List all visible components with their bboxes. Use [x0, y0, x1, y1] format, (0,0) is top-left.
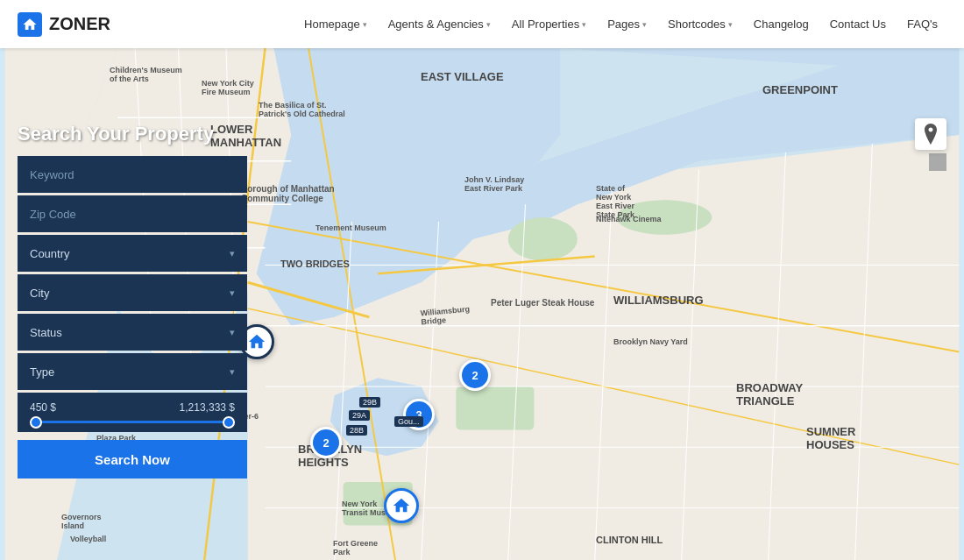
badge-29a: 29A: [349, 410, 370, 421]
price-range-track[interactable]: [30, 421, 235, 423]
main-nav: Homepage ▾ Agents & Agencies ▾ All Prope…: [295, 12, 946, 36]
search-title: Search Your Property: [18, 123, 247, 145]
chevron-down-icon: ▾: [728, 20, 733, 29]
chevron-down-icon: ▾: [363, 20, 367, 29]
type-select[interactable]: Type: [18, 353, 247, 390]
nav-contact[interactable]: Contact Us: [821, 12, 895, 36]
nav-changelog[interactable]: Changelog: [745, 12, 818, 36]
chevron-down-icon: ▾: [486, 20, 491, 29]
country-select-wrapper: Country ▾: [18, 235, 247, 272]
svg-point-7: [508, 217, 578, 260]
marker-count-2b[interactable]: 2: [310, 427, 342, 458]
status-select-wrapper: Status ▾: [18, 314, 247, 351]
zipcode-input[interactable]: [18, 195, 247, 232]
svg-rect-9: [456, 386, 534, 429]
search-panel: Search Your Property Country ▾ City ▾ St…: [18, 123, 247, 478]
logo-icon: [18, 12, 42, 37]
range-fill: [30, 421, 235, 423]
range-thumb-left[interactable]: [30, 416, 42, 429]
badge-gout: Gou...: [394, 416, 423, 427]
chevron-down-icon: ▾: [642, 20, 647, 29]
location-pin-button[interactable]: [915, 118, 946, 150]
status-select[interactable]: Status: [18, 314, 247, 351]
nav-agents[interactable]: Agents & Agencies ▾: [379, 12, 500, 36]
nav-all-properties[interactable]: All Properties ▾: [503, 12, 595, 36]
price-range-container: 450 $ 1,213,333 $: [18, 393, 247, 432]
nav-shortcodes[interactable]: Shortcodes ▾: [659, 12, 741, 36]
keyword-input[interactable]: [18, 156, 247, 193]
price-values: 450 $ 1,213,333 $: [30, 401, 235, 414]
search-button[interactable]: Search Now: [18, 440, 247, 478]
badge-28b: 28B: [346, 425, 367, 436]
logo[interactable]: ZONER: [18, 12, 110, 37]
marker-house-2[interactable]: [384, 488, 419, 523]
logo-text: ZONER: [49, 14, 110, 34]
marker-count-2a[interactable]: 2: [459, 359, 491, 391]
city-select[interactable]: City: [18, 274, 247, 311]
header: ZONER Homepage ▾ Agents & Agencies ▾ All…: [0, 0, 964, 48]
nav-homepage[interactable]: Homepage ▾: [295, 12, 376, 36]
price-max: 1,213,333 $: [180, 401, 235, 414]
city-select-wrapper: City ▾: [18, 274, 247, 311]
badge-29b: 29B: [359, 397, 380, 408]
range-thumb-right[interactable]: [223, 416, 235, 429]
country-select[interactable]: Country: [18, 235, 247, 272]
map-control-dot[interactable]: [929, 153, 946, 171]
nav-faq[interactable]: FAQ's: [898, 12, 946, 36]
chevron-down-icon: ▾: [582, 20, 586, 29]
nav-pages[interactable]: Pages ▾: [599, 12, 656, 36]
price-min: 450 $: [30, 401, 56, 414]
type-select-wrapper: Type ▾: [18, 353, 247, 390]
